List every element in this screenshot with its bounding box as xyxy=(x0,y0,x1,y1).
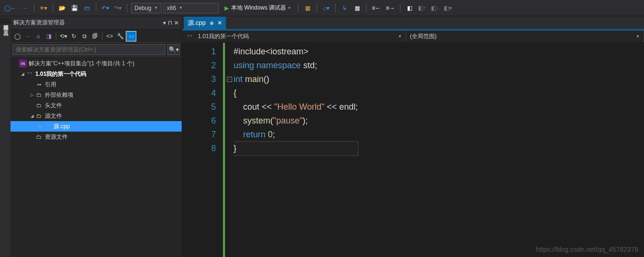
code-icon[interactable]: <> xyxy=(105,31,114,41)
play-icon: ▶ xyxy=(225,5,229,11)
pin-icon[interactable]: ⊕ xyxy=(210,21,214,26)
toolbar-icon[interactable]: ◧▾ xyxy=(442,3,453,13)
code-token: ; xyxy=(356,102,358,112)
code-token: cout xyxy=(243,102,259,112)
start-debug-button[interactable]: ▶本地 Windows 调试器▾ xyxy=(221,3,294,13)
toolbar-icon[interactable]: ◧↑ xyxy=(417,3,428,13)
code-token: ; xyxy=(273,130,275,139)
source-file-node[interactable]: ▷⁺⁺源.cpp xyxy=(10,121,182,132)
solution-tree: vs解决方案"C++项目集合"(1 个项目/共 1 个) ◢⁺⁺1.01我的第一… xyxy=(10,56,182,144)
search-input[interactable] xyxy=(12,44,165,55)
separator xyxy=(127,4,127,12)
node-label: 外部依赖项 xyxy=(45,91,73,99)
node-label: 源文件 xyxy=(45,112,62,120)
editor-area: 源.cpp ⊕ ✕ ⁺⁺1.01我的第一个代码▼ (全局范围)▼ 1 2 3 4… xyxy=(182,16,644,257)
code-token: #include xyxy=(234,47,266,56)
main-toolbar: ◯← → ✳▾ 📂 💾 🗃 ↶▾ ↷▾ Debug▼ x86▼ ▶本地 Wind… xyxy=(0,0,644,16)
bookmark-icon[interactable]: ◧ xyxy=(404,3,415,13)
code-token: int xyxy=(234,74,243,84)
pin-icon[interactable]: ⊓ xyxy=(168,20,172,26)
expand-icon[interactable]: ◢ xyxy=(19,72,26,76)
code-token: using xyxy=(234,61,254,70)
window-position-icon[interactable]: ▾ xyxy=(163,20,166,26)
save-all-icon[interactable]: 🗃 xyxy=(82,3,92,13)
separator xyxy=(52,4,53,12)
solution-node[interactable]: vs解决方案"C++项目集合"(1 个项目/共 1 个) xyxy=(10,58,182,69)
line-number: 5 xyxy=(182,100,216,114)
code-content[interactable]: #include<iostream> using namespace std; … xyxy=(234,43,358,257)
toolbar-icon[interactable]: ▦ xyxy=(352,3,362,13)
chevron-down-icon: ▼ xyxy=(636,34,640,39)
separator xyxy=(96,4,96,12)
collapse-icon[interactable]: ⧉ xyxy=(80,31,89,41)
code-token: ; xyxy=(315,61,317,70)
project-icon: ⁺⁺ xyxy=(186,33,194,41)
separator xyxy=(400,4,400,12)
separator xyxy=(56,32,56,40)
close-icon[interactable]: ✕ xyxy=(174,20,179,26)
solution-icon: vs xyxy=(19,60,27,67)
server-explorer-tab[interactable]: 服务器资源管理器 xyxy=(0,18,10,24)
fold-column: − xyxy=(223,43,234,257)
editor-tab-bar: 源.cpp ⊕ ✕ xyxy=(182,16,644,31)
sync-icon[interactable]: ⟲▾ xyxy=(59,31,68,41)
node-label: 引用 xyxy=(45,81,56,89)
code-token: <iostream> xyxy=(266,47,308,56)
code-token: << xyxy=(262,102,272,112)
open-icon[interactable]: 📂 xyxy=(57,3,67,13)
external-deps-node[interactable]: ▷🗀外部依赖项 xyxy=(10,90,182,100)
node-label: 资源文件 xyxy=(45,133,68,141)
toolbar-icon[interactable]: ⌂▾ xyxy=(321,3,331,13)
node-label: 源.cpp xyxy=(53,123,70,131)
redo-icon[interactable]: ↷▾ xyxy=(112,3,123,13)
toolbar-icon[interactable]: ↳ xyxy=(339,3,350,13)
scope-dropdown[interactable]: ⁺⁺1.01我的第一个代码▼ xyxy=(182,31,406,42)
save-icon[interactable]: 💾 xyxy=(69,3,80,13)
back-icon[interactable]: ◯ xyxy=(12,31,22,41)
line-number: 4 xyxy=(182,86,216,100)
expand-icon[interactable]: ◢ xyxy=(29,113,35,118)
show-all-icon[interactable]: 🗐 xyxy=(90,31,100,41)
undo-icon[interactable]: ↶▾ xyxy=(100,3,111,13)
sources-node[interactable]: ◢🗀源文件 xyxy=(10,111,182,121)
fold-toggle[interactable]: − xyxy=(227,77,232,82)
separator xyxy=(102,32,102,40)
search-button[interactable]: 🔍▾ xyxy=(167,44,180,55)
config-dropdown[interactable]: Debug▼ xyxy=(131,3,162,13)
member-dropdown[interactable]: (全局范围)▼ xyxy=(406,31,644,42)
platform-dropdown[interactable]: x86▼ xyxy=(164,3,219,13)
new-project-icon[interactable]: ✳▾ xyxy=(38,3,49,13)
preview-icon[interactable]: ▭ xyxy=(126,31,136,41)
toolbox-tab[interactable]: 工具箱 xyxy=(0,24,10,30)
code-token: } xyxy=(234,144,236,153)
close-icon[interactable]: ✕ xyxy=(217,20,222,26)
forward-icon[interactable]: → xyxy=(23,31,32,41)
folder-icon: 🗀 xyxy=(35,133,43,141)
node-label: 解决方案"C++项目集合"(1 个项目/共 1 个) xyxy=(29,60,134,68)
expand-icon[interactable]: ▷ xyxy=(29,93,35,97)
references-node[interactable]: ▪▪引用 xyxy=(10,79,182,90)
switch-views-icon[interactable]: ◨ xyxy=(44,31,53,41)
forward-icon[interactable]: → xyxy=(20,3,30,13)
back-icon[interactable]: ◯← xyxy=(3,3,18,13)
refresh-icon[interactable]: ↻ xyxy=(69,31,79,41)
indent-icon[interactable]: ≡← xyxy=(370,3,382,13)
line-number: 8 xyxy=(182,142,216,155)
headers-node[interactable]: 🗀头文件 xyxy=(10,100,182,111)
line-gutter: 1 2 3 4 5 6 7 8 xyxy=(182,43,223,257)
properties-icon[interactable]: 🔧 xyxy=(115,31,125,41)
expand-icon[interactable]: ▷ xyxy=(37,124,44,129)
code-editor[interactable]: 1 2 3 4 5 6 7 8 − #include<iostream> usi… xyxy=(182,43,644,257)
chevron-down-icon: ▼ xyxy=(398,34,402,39)
toolbar-icon[interactable]: ▦ xyxy=(302,3,313,13)
project-node[interactable]: ◢⁺⁺1.01我的第一个代码 xyxy=(10,69,182,79)
line-number: 7 xyxy=(182,128,216,142)
explorer-toolbar: ◯ → ⌂ ◨ ⟲▾ ↻ ⧉ 🗐 <> 🔧 ▭ xyxy=(10,30,182,43)
editor-tab[interactable]: 源.cpp ⊕ ✕ xyxy=(184,17,226,29)
side-tab-strip: 服务器资源管理器 工具箱 xyxy=(0,16,10,257)
toolbar-icon[interactable]: ◧↓ xyxy=(429,3,440,13)
home-icon[interactable]: ⌂ xyxy=(33,31,43,41)
outdent-icon[interactable]: ≡→ xyxy=(384,3,396,13)
line-number: 1 xyxy=(182,45,216,59)
resources-node[interactable]: 🗀资源文件 xyxy=(10,132,182,142)
